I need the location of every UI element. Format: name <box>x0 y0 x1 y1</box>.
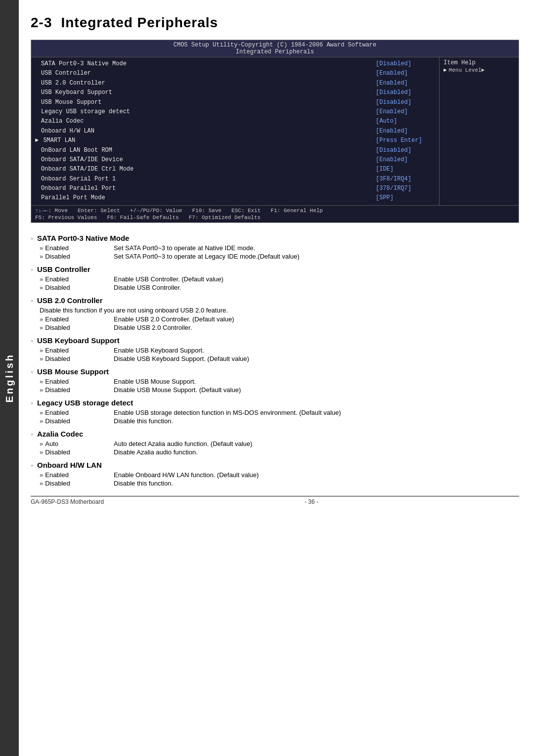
main-content: 2-3Integrated Peripherals CMOS Setup Uti… <box>26 0 534 520</box>
option-label-text: Enabled <box>45 409 69 416</box>
section-azalia: ◦Azalia Codec»AutoAuto detect Azalia aud… <box>31 430 519 456</box>
option-row: »EnabledEnable USB 2.0 Controller. (Defa… <box>40 315 519 323</box>
cmos-menu-level: ► Menu Level► <box>444 67 515 73</box>
cmos-row: USB Controller[Enabled] <box>35 69 435 78</box>
cmos-row: USB 2.0 Controller[Enabled] <box>35 79 435 88</box>
option-arrow-icon: » <box>40 448 43 456</box>
option-label: »Disabled <box>40 480 114 487</box>
option-arrow-icon: » <box>40 355 43 362</box>
section-onboard-lan: ◦Onboard H/W LAN»EnabledEnable Onboard H… <box>31 461 519 487</box>
footer-key: F5: Previous Values <box>35 215 97 221</box>
option-row: »DisabledSet SATA Port0~3 to operate at … <box>40 253 519 260</box>
option-arrow-icon: » <box>40 480 43 487</box>
section-body: »EnabledEnable USB Controller. (Default … <box>40 275 519 291</box>
cmos-row-value: [Disabled] <box>376 60 435 68</box>
option-label-text: Disabled <box>45 284 70 291</box>
cmos-row-value: [Auto] <box>376 117 435 126</box>
option-label: »Disabled <box>40 253 114 260</box>
option-label: »Disabled <box>40 448 114 456</box>
cmos-settings-panel: SATA Port0-3 Native Mode[Disabled]USB Co… <box>31 57 440 205</box>
option-desc: Enable Onboard H/W LAN function. (Defaul… <box>114 471 519 479</box>
section-arrow-icon: ◦ <box>31 266 33 273</box>
option-row: »DisabledDisable USB Keyboard Support. (… <box>40 355 519 362</box>
cmos-footer-row1: ↑↓→←: MoveEnter: Select+/-/PU/PD: ValueF… <box>35 208 515 214</box>
option-label-text: Disabled <box>45 324 70 331</box>
section-body: »EnabledEnable USB Mouse Support.»Disabl… <box>40 378 519 394</box>
option-label-text: Enabled <box>45 471 69 479</box>
option-desc: Set SATA Port0~3 to operate at Native ID… <box>114 244 519 252</box>
section-body: Disable this function if you are not usi… <box>40 307 519 331</box>
section-header: ◦Onboard H/W LAN <box>31 461 519 469</box>
side-tab: English <box>0 0 19 756</box>
option-label: »Enabled <box>40 244 114 252</box>
page-title-text: Integrated Peripherals <box>61 15 218 30</box>
footer-key: F6: Fail-Safe Defaults <box>107 215 178 221</box>
option-row: »DisabledDisable this function. <box>40 480 519 487</box>
cmos-row-value: [Enabled] <box>376 69 435 78</box>
cmos-footer: ↑↓→←: MoveEnter: Select+/-/PU/PD: ValueF… <box>31 205 519 222</box>
footer-key: F1: General Help <box>270 208 323 214</box>
cmos-row: OnBoard LAN Boot ROM[Disabled] <box>35 146 435 155</box>
cmos-help-panel: Item Help ► Menu Level► <box>440 57 519 205</box>
footer-key: Enter: Select <box>78 208 120 214</box>
option-row: »EnabledEnable USB storage detection fun… <box>40 409 519 416</box>
option-label-text: Enabled <box>45 315 69 323</box>
option-label: »Enabled <box>40 378 114 385</box>
page-title-number: 2-3 <box>31 15 52 30</box>
option-desc: Enable USB Controller. (Default value) <box>114 275 519 283</box>
option-desc: Enable USB 2.0 Controller. (Default valu… <box>114 315 519 323</box>
cmos-row: SATA Port0-3 Native Mode[Disabled] <box>35 59 435 69</box>
section-title: Azalia Codec <box>37 430 83 438</box>
cmos-row: Parallel Port Mode[SPP] <box>35 193 435 203</box>
option-arrow-icon: » <box>40 417 43 425</box>
section-intro: Disable this function if you are not usi… <box>40 307 519 314</box>
footer-key: +/-/PU/PD: Value <box>130 208 182 214</box>
section-title: Legacy USB storage detect <box>37 399 133 407</box>
option-arrow-icon: » <box>40 284 43 291</box>
page-title: 2-3Integrated Peripherals <box>31 15 519 31</box>
side-tab-label: English <box>4 353 15 402</box>
option-row: »DisabledDisable Azalia audio function. <box>40 448 519 456</box>
section-usb-keyboard: ◦USB Keyboard Support»EnabledEnable USB … <box>31 336 519 362</box>
section-body: »EnabledEnable USB storage detection fun… <box>40 409 519 425</box>
option-desc: Disable USB 2.0 Controller. <box>114 324 519 331</box>
option-row: »EnabledEnable Onboard H/W LAN function.… <box>40 471 519 479</box>
option-label-text: Auto <box>45 440 58 447</box>
section-sata-port: ◦SATA Port0-3 Native Mode»EnabledSet SAT… <box>31 234 519 260</box>
option-row: »DisabledDisable USB 2.0 Controller. <box>40 324 519 331</box>
option-arrow-icon: » <box>40 471 43 479</box>
option-desc: Disable this function. <box>114 480 519 487</box>
option-arrow-icon: » <box>40 253 43 260</box>
footer-key: ESC: Exit <box>231 208 261 214</box>
cmos-header-line1: CMOS Setup Utility-Copyright (C) 1984-20… <box>31 42 519 48</box>
footer-key: F7: Optimized Defaults <box>189 215 261 221</box>
option-label-text: Disabled <box>45 480 70 487</box>
cmos-row: Onboard Parallel Port[378/IRQ7] <box>35 184 435 193</box>
cmos-row-value: [Enabled] <box>376 156 435 164</box>
section-arrow-icon: ◦ <box>31 337 33 345</box>
option-label: »Disabled <box>40 355 114 362</box>
option-arrow-icon: » <box>40 324 43 331</box>
cmos-footer-row2: F5: Previous ValuesF6: Fail-Safe Default… <box>35 215 515 221</box>
section-header: ◦USB 2.0 Controller <box>31 296 519 305</box>
option-desc: Disable this function. <box>114 417 519 425</box>
cmos-row: Onboard Serial Port 1[3F8/IRQ4] <box>35 175 435 184</box>
option-arrow-icon: » <box>40 386 43 394</box>
section-body: »EnabledEnable USB Keyboard Support.»Dis… <box>40 347 519 362</box>
option-desc: Disable Azalia audio function. <box>114 448 519 456</box>
section-body: »EnabledEnable Onboard H/W LAN function.… <box>40 471 519 487</box>
section-arrow-icon: ◦ <box>31 234 33 242</box>
option-row: »DisabledDisable USB Controller. <box>40 284 519 291</box>
section-title: USB Controller <box>37 265 90 273</box>
section-title: USB Keyboard Support <box>37 336 120 345</box>
cmos-row: USB Mouse Support[Disabled] <box>35 98 435 107</box>
option-desc: Enable USB Keyboard Support. <box>114 347 519 354</box>
option-row: »DisabledDisable USB Mouse Support. (Def… <box>40 386 519 394</box>
cmos-row-value: [Enabled] <box>376 108 435 116</box>
cmos-header: CMOS Setup Utility-Copyright (C) 1984-20… <box>31 40 519 57</box>
section-arrow-icon: ◦ <box>31 368 33 376</box>
menu-level-arrow: ► <box>444 67 447 73</box>
section-title: Onboard H/W LAN <box>37 461 102 469</box>
section-header: ◦Legacy USB storage detect <box>31 399 519 407</box>
option-label: »Enabled <box>40 347 114 354</box>
